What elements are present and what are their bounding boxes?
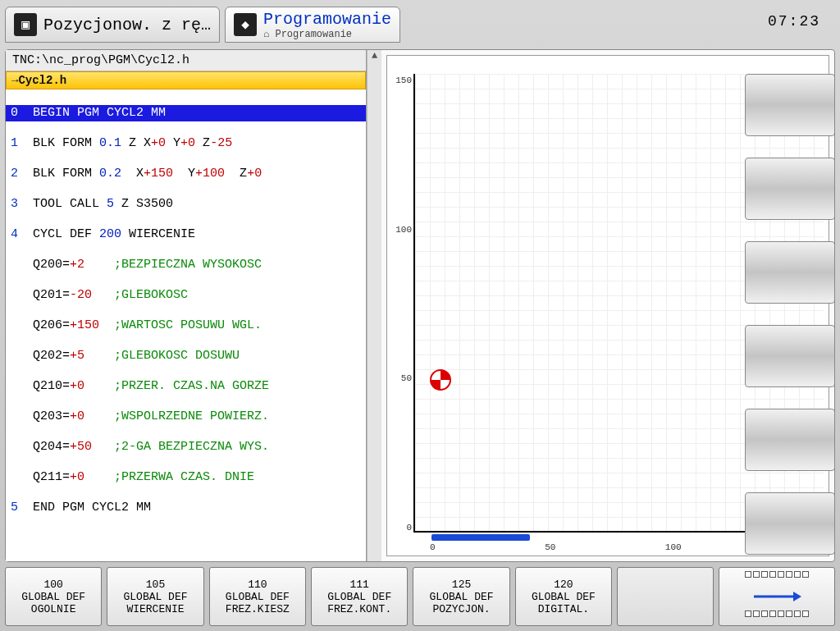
page-indicator-icon bbox=[745, 610, 809, 617]
editor-panel: TNC:\nc_prog\PGM\Cycl2.h →Cycl2.h 0 BEGI… bbox=[6, 50, 367, 561]
softkey-120[interactable]: 120 GLOBAL DEF DIGITAL. bbox=[515, 567, 612, 626]
right-softkey-5[interactable] bbox=[745, 409, 835, 471]
code-area[interactable]: 0 BEGIN PGM CYCL2 MM 1 BLK FORM 0.1 Z X+… bbox=[6, 89, 366, 561]
arrow-right-icon bbox=[752, 583, 801, 610]
right-softkey-bar bbox=[745, 74, 835, 555]
tab-title: Programowanie bbox=[263, 10, 391, 29]
code-line: 5 END PGM CYCL2 MM bbox=[6, 500, 366, 516]
right-softkey-3[interactable] bbox=[745, 241, 835, 304]
origin-marker-icon bbox=[430, 369, 451, 391]
code-line: Q200=+2 ;BEZPIECZNA WYSOKOSC bbox=[6, 257, 366, 273]
svg-marker-1 bbox=[793, 592, 801, 601]
code-line: Q206=+150 ;WARTOSC POSUWU WGL. bbox=[6, 318, 366, 334]
code-line: Q201=-20 ;GLEBOKOSC bbox=[6, 287, 366, 304]
tab-positioning[interactable]: ▣ Pozycjonow. z rę… bbox=[5, 7, 220, 43]
mode-icon: ▣ bbox=[14, 13, 37, 36]
code-line: Q202=+5 ;GLEBOKOSC DOSUWU bbox=[6, 348, 366, 364]
softkey-111[interactable]: 111 GLOBAL DEF FREZ.KONT. bbox=[311, 567, 408, 626]
code-line: Q211=+0 ;PRZERWA CZAS. DNIE bbox=[6, 469, 366, 486]
code-line: 2 BLK FORM 0.2 X+150 Y+100 Z+0 bbox=[6, 166, 366, 182]
softkey-125[interactable]: 125 GLOBAL DEF POZYCJON. bbox=[413, 567, 509, 626]
tab-crumb: ⌂ Programowanie bbox=[263, 29, 391, 40]
tab-programming[interactable]: ◆ Programowanie ⌂ Programowanie bbox=[225, 7, 400, 43]
code-line: Q210=+0 ;PRZER. CZAS.NA GORZE bbox=[6, 378, 366, 395]
page-indicator-icon bbox=[745, 571, 809, 578]
clock: 07:23 bbox=[768, 13, 820, 30]
editor-scrollbar[interactable]: ▲ bbox=[367, 50, 381, 561]
code-line: 4 CYCL DEF 200 WIERCENIE bbox=[6, 226, 366, 243]
right-softkey-1[interactable] bbox=[745, 74, 835, 136]
right-softkey-2[interactable] bbox=[745, 158, 835, 220]
right-softkey-4[interactable] bbox=[745, 325, 835, 387]
code-line: Q204=+50 ;2-GA BEZPIECZNA WYS. bbox=[6, 439, 366, 455]
softkey-empty[interactable] bbox=[617, 567, 714, 626]
right-softkey-6[interactable] bbox=[745, 492, 835, 555]
programming-icon: ◆ bbox=[234, 13, 257, 36]
scroll-up-icon[interactable]: ▲ bbox=[368, 50, 381, 65]
graphics-x-scrollbar[interactable] bbox=[431, 534, 530, 541]
file-name: →Cycl2.h bbox=[6, 71, 366, 89]
code-line: 1 BLK FORM 0.1 Z X+0 Y+0 Z-25 bbox=[6, 135, 366, 152]
softkey-110[interactable]: 110 GLOBAL DEF FREZ.KIESZ bbox=[209, 567, 306, 626]
tab-label: Pozycjonow. z rę… bbox=[43, 16, 211, 34]
bottom-softkey-bar: 100 GLOBAL DEF OGOLNIE 105 GLOBAL DEF WI… bbox=[5, 567, 835, 626]
main-panel: TNC:\nc_prog\PGM\Cycl2.h →Cycl2.h 0 BEGI… bbox=[5, 49, 835, 562]
code-line: Q203=+0 ;WSPOLRZEDNE POWIERZ. bbox=[6, 409, 366, 425]
y-axis-ticks: 150 100 50 0 bbox=[389, 75, 412, 533]
code-line: 3 TOOL CALL 5 Z S3500 bbox=[6, 196, 366, 213]
file-path: TNC:\nc_prog\PGM\Cycl2.h bbox=[6, 50, 366, 71]
softkey-pager[interactable] bbox=[719, 567, 835, 626]
softkey-100[interactable]: 100 GLOBAL DEF OGOLNIE bbox=[5, 567, 102, 626]
softkey-105[interactable]: 105 GLOBAL DEF WIERCENIE bbox=[107, 567, 203, 626]
code-line: 0 BEGIN PGM CYCL2 MM bbox=[6, 105, 366, 121]
